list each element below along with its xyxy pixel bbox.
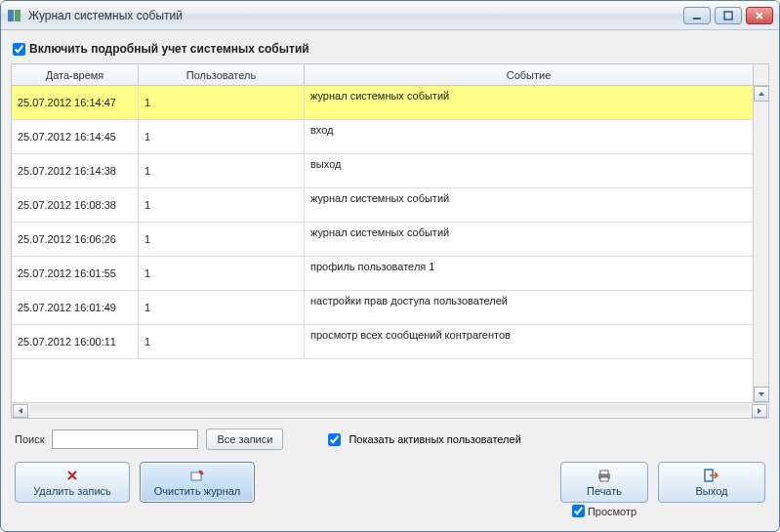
- svg-rect-2: [693, 18, 701, 20]
- minimize-button[interactable]: [683, 7, 711, 24]
- hscroll-track[interactable]: [30, 404, 750, 418]
- col-header-datetime[interactable]: Дата-время: [12, 64, 139, 85]
- table-row[interactable]: 25.07.2012 16:00:111просмотр всех сообще…: [12, 325, 768, 359]
- print-column: Печать Просмотр: [560, 462, 648, 517]
- delete-icon: [65, 468, 79, 483]
- cell-user: 1: [139, 188, 305, 222]
- print-button-label: Печать: [587, 485, 622, 497]
- events-table: Дата-время Пользователь Событие 25.07.20…: [11, 63, 769, 419]
- cell-datetime: 25.07.2012 16:14:38: [12, 154, 139, 187]
- cell-event: просмотр всех сообщений контрагентов: [305, 325, 768, 358]
- exit-button[interactable]: Выход: [658, 462, 765, 503]
- button-row: Удалить запись Очистить журнал Печать Пр…: [11, 458, 769, 523]
- window-title: Журнал системных событий: [28, 9, 683, 22]
- svg-rect-0: [8, 10, 14, 21]
- detail-logging-row: Включить подробный учет системных событи…: [11, 38, 769, 63]
- cell-event: журнал системных событий: [305, 188, 768, 222]
- cell-event: настройки прав доступа пользователей: [305, 291, 768, 324]
- preview-row: Просмотр: [572, 505, 636, 517]
- table-row[interactable]: 25.07.2012 16:14:471журнал системных соб…: [12, 86, 768, 120]
- cell-event: профиль пользователя 1: [305, 257, 768, 290]
- search-row: Поиск Все записи Показать активных польз…: [11, 419, 769, 458]
- scroll-down-icon[interactable]: [754, 387, 769, 402]
- table-row[interactable]: 25.07.2012 16:06:261журнал системных соб…: [12, 223, 768, 257]
- svg-rect-1: [15, 10, 21, 21]
- col-header-event[interactable]: Событие: [305, 64, 753, 85]
- table-row[interactable]: 25.07.2012 16:14:381выход: [12, 154, 768, 188]
- all-records-button[interactable]: Все записи: [206, 429, 283, 450]
- table-row[interactable]: 25.07.2012 16:08:381журнал системных соб…: [12, 188, 768, 223]
- svg-point-5: [199, 471, 203, 474]
- detail-logging-checkbox[interactable]: [13, 43, 25, 56]
- window-controls: [683, 7, 773, 24]
- table-row[interactable]: 25.07.2012 16:14:451вход: [12, 120, 768, 154]
- app-icon: [7, 8, 22, 23]
- active-users-checkbox[interactable]: [328, 433, 341, 446]
- titlebar: Журнал системных событий: [1, 1, 779, 30]
- svg-rect-3: [724, 12, 732, 20]
- cell-user: 1: [139, 325, 305, 358]
- preview-checkbox[interactable]: [572, 505, 585, 517]
- delete-button-label: Удалить запись: [33, 485, 111, 497]
- clear-button-label: Очистить журнал: [154, 485, 241, 497]
- preview-label: Просмотр: [588, 506, 636, 517]
- cell-datetime: 25.07.2012 16:08:38: [12, 188, 139, 222]
- cell-event: выход: [305, 154, 768, 187]
- exit-icon: [704, 468, 719, 483]
- cell-user: 1: [139, 86, 305, 119]
- cell-datetime: 25.07.2012 16:01:55: [12, 257, 139, 290]
- table-header: Дата-время Пользователь Событие: [12, 64, 768, 86]
- cell-datetime: 25.07.2012 16:14:45: [12, 120, 139, 153]
- table-body: 25.07.2012 16:14:471журнал системных соб…: [12, 86, 768, 402]
- cell-user: 1: [139, 257, 305, 290]
- clear-log-button[interactable]: Очистить журнал: [140, 462, 255, 503]
- detail-logging-label: Включить подробный учет системных событи…: [29, 42, 309, 56]
- svg-rect-8: [600, 477, 608, 481]
- search-label: Поиск: [15, 433, 44, 445]
- cell-event: вход: [305, 120, 768, 153]
- maximize-button[interactable]: [715, 7, 742, 24]
- cell-user: 1: [139, 120, 305, 153]
- horizontal-scrollbar[interactable]: [12, 402, 768, 418]
- cell-user: 1: [139, 291, 305, 324]
- cell-datetime: 25.07.2012 16:01:49: [12, 291, 139, 324]
- scroll-up-icon[interactable]: [754, 86, 769, 102]
- scroll-left-icon[interactable]: [13, 404, 28, 418]
- scroll-corner: [753, 64, 768, 85]
- delete-record-button[interactable]: Удалить запись: [15, 462, 130, 503]
- search-input[interactable]: [52, 430, 198, 449]
- svg-rect-7: [600, 471, 608, 474]
- cell-event: журнал системных событий: [305, 86, 768, 119]
- active-users-label: Показать активных пользователей: [349, 433, 520, 445]
- printer-icon: [596, 468, 612, 483]
- cell-datetime: 25.07.2012 16:06:26: [12, 223, 139, 256]
- window: Журнал системных событий Включить подроб…: [0, 0, 780, 532]
- table-row[interactable]: 25.07.2012 16:01:491настройки прав досту…: [12, 291, 768, 325]
- clear-icon: [189, 468, 205, 483]
- print-button[interactable]: Печать: [560, 462, 648, 503]
- close-button[interactable]: [746, 7, 773, 24]
- cell-datetime: 25.07.2012 16:14:47: [12, 86, 139, 119]
- content-area: Включить подробный учет системных событи…: [1, 30, 779, 531]
- table-row[interactable]: 25.07.2012 16:01:551профиль пользователя…: [12, 257, 768, 291]
- col-header-user[interactable]: Пользователь: [139, 64, 305, 85]
- cell-event: журнал системных событий: [305, 223, 768, 256]
- cell-user: 1: [139, 154, 305, 187]
- exit-button-label: Выход: [696, 485, 728, 497]
- vertical-scrollbar[interactable]: [753, 86, 768, 402]
- cell-datetime: 25.07.2012 16:00:11: [12, 325, 139, 358]
- cell-user: 1: [139, 223, 305, 256]
- scroll-right-icon[interactable]: [752, 404, 767, 418]
